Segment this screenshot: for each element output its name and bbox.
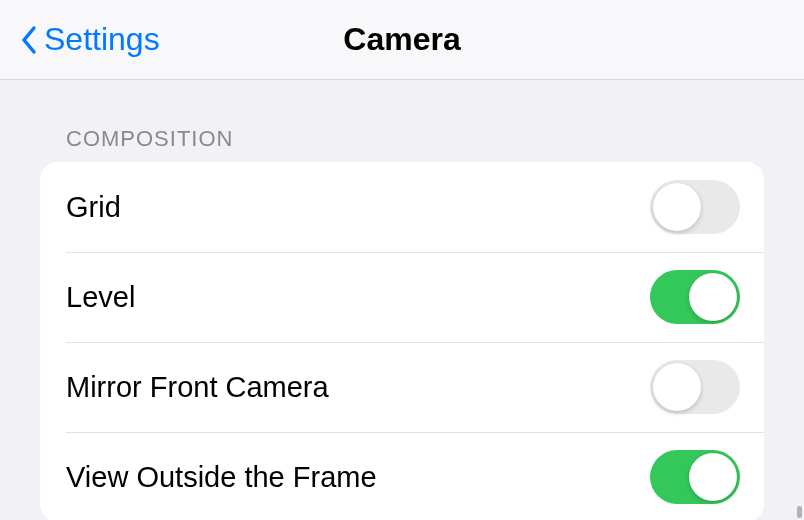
row-label: Mirror Front Camera (66, 371, 329, 404)
toggle-level[interactable] (650, 270, 740, 324)
back-label: Settings (44, 21, 160, 58)
toggle-knob (653, 183, 701, 231)
nav-bar: Settings Camera (0, 0, 804, 80)
row-grid: Grid (40, 162, 764, 252)
page-title: Camera (343, 21, 460, 58)
toggle-knob (653, 363, 701, 411)
section-header: COMPOSITION (40, 80, 764, 162)
back-button[interactable]: Settings (20, 21, 160, 58)
toggle-mirror-front-camera[interactable] (650, 360, 740, 414)
scrollbar[interactable] (797, 506, 802, 518)
chevron-left-icon (20, 25, 38, 55)
toggle-grid[interactable] (650, 180, 740, 234)
toggle-view-outside-frame[interactable] (650, 450, 740, 504)
list-group: Grid Level Mirror Front Camera View Outs… (40, 162, 764, 520)
row-label: View Outside the Frame (66, 461, 377, 494)
content: COMPOSITION Grid Level Mirror Front Came… (0, 80, 804, 520)
row-level: Level (40, 252, 764, 342)
row-label: Grid (66, 191, 121, 224)
toggle-knob (689, 453, 737, 501)
toggle-knob (689, 273, 737, 321)
row-view-outside-frame: View Outside the Frame (40, 432, 764, 520)
row-mirror-front-camera: Mirror Front Camera (40, 342, 764, 432)
row-label: Level (66, 281, 135, 314)
